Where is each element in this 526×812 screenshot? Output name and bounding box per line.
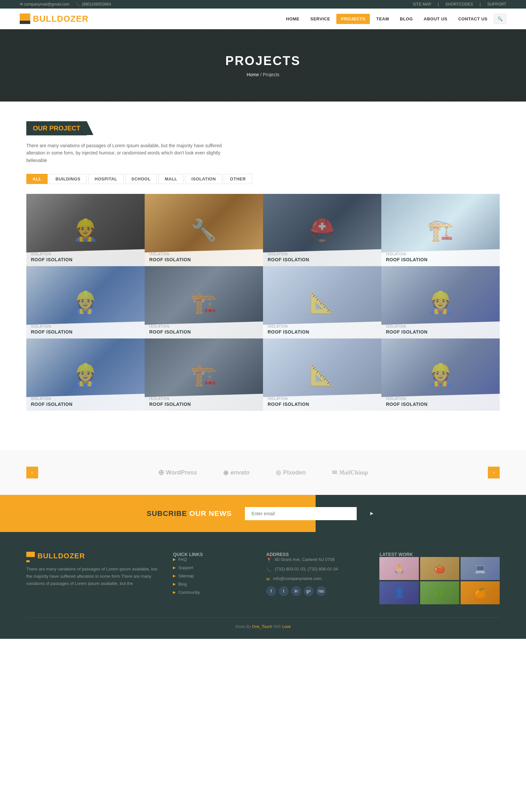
project-item[interactable]: 🏗️ ISOLATION ROOF ISOLATION [145,338,263,411]
partner-mailchimp-label: MailChimp [339,469,368,476]
footer-bottom: Made By One_Touch With Love [26,618,500,629]
project-item[interactable]: 🔧 ISOLATION ROOF ISOLATION [145,194,263,266]
community-link[interactable]: Community [178,590,200,595]
social-icons: f t in g+ rss [266,586,367,596]
latest-work-item[interactable]: 🙏 [379,557,418,580]
email-info: ✉ companymail@gmail.com [20,2,69,6]
partner-wordpress-label: WordPress [166,469,197,476]
header: BULLDOZER HOME SERVICE PROJECTS TEAM BLO… [0,9,526,29]
filter-mall[interactable]: MALL [158,174,183,184]
filter-other[interactable]: OTHER [224,174,252,184]
nav-contact[interactable]: CONTACT US [454,14,492,24]
subscribe-section: SUBCRIBE OUR NEWS ➤ [0,495,526,532]
project-item[interactable]: 🏗️ ISOLATION ROOF ISOLATION [145,266,263,338]
partners-prev-button[interactable]: ‹ [26,467,38,478]
filter-all[interactable]: ALL [26,174,48,184]
phone-info: 📞 (880)168052864 [76,2,111,6]
top-bar-left: ✉ companymail@gmail.com 📞 (880)168052864 [20,2,111,6]
support-link[interactable]: SUPPORT [487,2,506,6]
partner-mailchimp: ✉ MailChimp [332,469,368,476]
footer-description: There are many variations of passages of… [26,566,160,587]
arrow-icon: ▶ [173,582,175,586]
arrow-icon: ▶ [173,590,175,594]
latest-work-item[interactable]: 👤 [379,581,418,604]
twitter-icon[interactable]: t [279,586,289,596]
location-icon: 📍 [266,558,272,563]
address-title: ADDRESS [266,552,367,557]
nav-about[interactable]: ABOUT US [419,14,452,24]
address-email: ✉ info@companyname.com [266,576,367,582]
wordpress-icon: ⊕ [158,468,164,477]
support-link[interactable]: Support [178,565,193,570]
address-location: 📍 60 Grant Ave, Carteret NJ 0708 [266,557,367,563]
partner-wordpress: ⊕ WordPress [158,468,197,477]
footer-logo-icon [26,552,35,560]
section-title: OUR PROJECT [26,121,87,135]
section-description: There are many variations of passages of… [26,142,224,164]
footer-credit-link[interactable]: One_Touch [252,624,272,629]
latest-work-item[interactable]: 🌿 [420,581,459,604]
main-nav: HOME SERVICE PROJECTS TEAM BLOG ABOUT US… [281,14,506,24]
subscribe-submit-button[interactable]: ➤ [363,506,379,521]
sitemap-link[interactable]: SITE MAP [413,2,431,6]
partners-next-button[interactable]: › [488,467,500,478]
main-content: OUR PROJECT There are many variations of… [0,102,526,450]
project-item[interactable]: ⛑️ ISOLATION ROOF ISOLATION [263,194,381,266]
nav-service[interactable]: SERVICE [306,14,335,24]
project-item[interactable]: 🏗️ ISOLATION ROOF ISOLATION [381,194,500,266]
project-item[interactable]: 👷 ISOLATION ROOF ISOLATION [381,338,500,411]
project-item[interactable]: 👷 ISOLATION ROOF ISOLATION [26,194,145,266]
footer-link-sitemap: ▶ Sitemap [173,574,253,578]
latest-work-item[interactable]: 🍊 [460,581,500,604]
arrow-icon: ▶ [173,566,175,570]
search-button[interactable]: 🔍 [494,14,506,24]
subscribe-email-input[interactable] [245,507,357,520]
filter-buildings[interactable]: BUILDINGS [49,174,87,184]
blog-link[interactable]: Blog [178,582,187,586]
project-item[interactable]: 👷 ISOLATION ROOF ISOLATION [381,266,500,338]
facebook-icon[interactable]: f [266,586,276,596]
nav-projects[interactable]: PROJECTS [336,14,370,24]
filter-school[interactable]: SCHOOL [125,174,157,184]
project-item[interactable]: 👷 ISOLATION ROOF ISOLATION [26,266,145,338]
linkedin-icon[interactable]: in [291,586,301,596]
footer: BULLDOZER There are many variations of p… [0,532,526,639]
logo: BULLDOZER [20,13,88,24]
logo-icon [20,13,30,24]
filter-hospital[interactable]: HOSPITAL [88,174,124,184]
nav-blog[interactable]: BLOG [395,14,417,24]
faq-link[interactable]: FAQ [178,557,187,562]
nav-home[interactable]: HOME [281,14,304,24]
rss-icon[interactable]: rss [316,586,326,596]
footer-link-support: ▶ Support [173,565,253,570]
nav-team[interactable]: TEAM [371,14,394,24]
partner-envato-label: envato [230,469,250,476]
sitemap-link[interactable]: Sitemap [178,574,194,578]
project-item[interactable]: 📐 ISOLATION ROOF ISOLATION [263,338,381,411]
logo-text: BULLDOZER [33,14,88,24]
partners-logos: ⊕ WordPress ◉ envato ◎ Pixeden ✉ MailChi… [38,468,488,477]
project-item[interactable]: 📐 ISOLATION ROOF ISOLATION [263,266,381,338]
footer-love-link[interactable]: Love [282,624,290,629]
filter-isolation[interactable]: ISOLATION [185,174,222,184]
footer-links-col: QUICK LINKS ▶ FAQ ▶ Support ▶ Sitemap ▶ … [173,552,253,604]
footer-link-community: ▶ Community [173,590,253,595]
hero-title: PROJECTS [226,54,301,68]
footer-link-faq: ▶ FAQ [173,557,253,562]
footer-latest-work-col: LATEST WORK 🙏 🍅 💻 👤 🌿 🍊 [379,552,500,604]
shortcodes-link[interactable]: SHORTCODES [445,2,473,6]
email-icon: ✉ [266,577,270,582]
project-grid: 👷 ISOLATION ROOF ISOLATION 🔧 ISOLATION R… [26,194,500,411]
footer-about-col: BULLDOZER There are many variations of p… [26,552,160,604]
latest-work-item[interactable]: 💻 [460,557,500,580]
project-item[interactable]: 👷 ISOLATION ROOF ISOLATION [26,338,145,411]
latest-work-item[interactable]: 🍅 [420,557,459,580]
hero-banner: PROJECTS Home / Projects [0,29,526,102]
breadcrumb-current: Projects [263,72,280,77]
latest-work-title: LATEST WORK [379,552,500,557]
phone-icon: 📞 [266,567,272,572]
google-icon[interactable]: g+ [304,586,314,596]
arrow-icon: ▶ [173,557,175,562]
partners-section: ‹ ⊕ WordPress ◉ envato ◎ Pixeden ✉ MailC… [0,450,526,495]
breadcrumb-home[interactable]: Home [246,72,259,77]
